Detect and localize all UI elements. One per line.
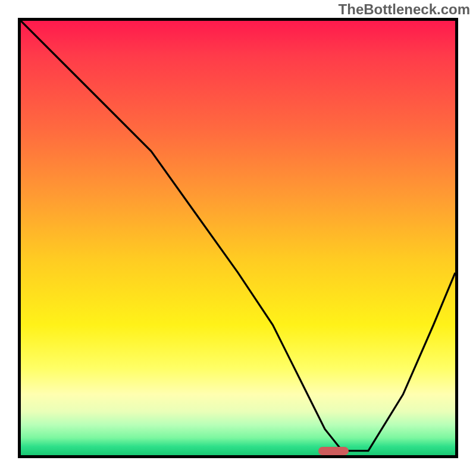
bottleneck-chart: TheBottleneck.com — [0, 0, 476, 476]
bottleneck-curve-path — [21, 21, 455, 451]
plot-area — [18, 18, 458, 458]
curve-layer — [21, 21, 455, 455]
optimal-marker — [318, 447, 349, 455]
watermark-text: TheBottleneck.com — [339, 1, 470, 18]
